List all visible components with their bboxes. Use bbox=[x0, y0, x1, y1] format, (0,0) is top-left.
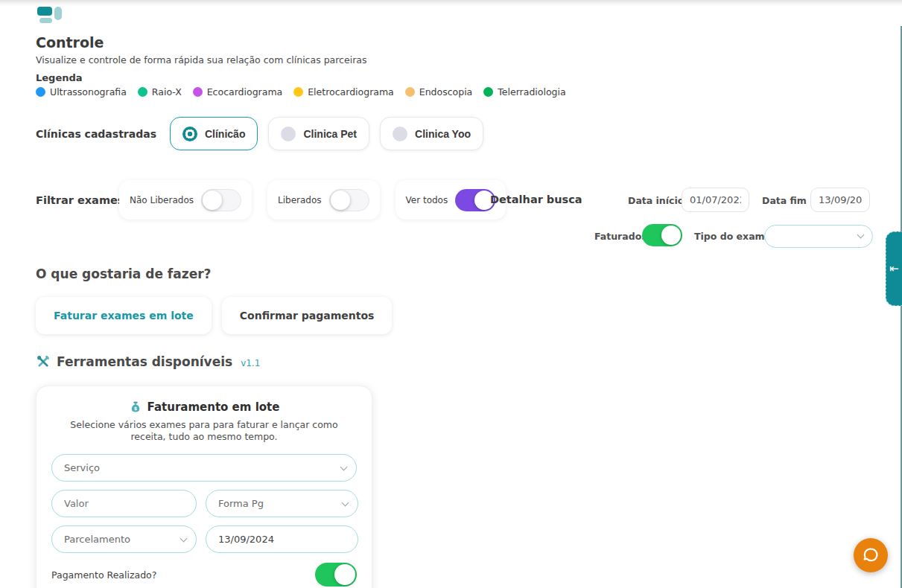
toggle-knob bbox=[334, 564, 355, 585]
payment-row: Pagamento Realizado? bbox=[51, 563, 357, 587]
collapse-panel-tab[interactable]: ⇤ bbox=[886, 231, 902, 306]
legend-dot-eletrocardiograma bbox=[293, 87, 303, 97]
action-buttons: Faturar exames em lote Confirmar pagamen… bbox=[36, 297, 392, 334]
radio-unselected-icon bbox=[281, 127, 296, 141]
legend-dot-telerradiologia bbox=[483, 87, 493, 97]
legend-label: Endoscopia bbox=[419, 86, 473, 98]
legend: Ultrassonografia Raio-X Ecocardiograma E… bbox=[36, 86, 566, 98]
clinic-option-label: Clinica Yoo bbox=[415, 128, 471, 140]
legend-label: Ecocardiograma bbox=[207, 86, 283, 98]
top-shadow bbox=[0, 0, 902, 7]
app-logo bbox=[37, 7, 63, 29]
chevron-down-icon bbox=[342, 499, 349, 507]
legend-dot-raio-x bbox=[138, 87, 147, 97]
legend-dot-ecocardiograma bbox=[193, 87, 203, 97]
clinic-option-clinica-pet[interactable]: Clinica Pet bbox=[268, 117, 369, 150]
detail-search-label: Detalhar busca bbox=[490, 194, 582, 205]
legend-item: Ecocardiograma bbox=[193, 86, 283, 98]
chevron-down-icon bbox=[180, 535, 188, 543]
billing-row-1: Forma Pg bbox=[51, 490, 357, 517]
date-start-label: Data início bbox=[628, 195, 684, 206]
legend-item: Raio-X bbox=[138, 86, 182, 98]
tools-icon bbox=[36, 354, 51, 369]
tools-version: v1.1 bbox=[241, 358, 260, 368]
legend-dot-endoscopia bbox=[405, 87, 415, 97]
date-end-input[interactable] bbox=[810, 188, 870, 212]
legend-item: Endoscopia bbox=[405, 86, 473, 98]
chat-bubble-icon bbox=[861, 546, 880, 565]
toggle-knob bbox=[203, 191, 222, 210]
billing-card-title-row: $ Faturamento em lote bbox=[51, 400, 357, 414]
logo-block-dark bbox=[37, 7, 52, 16]
billing-date-input[interactable] bbox=[218, 534, 346, 545]
logo-block-horizontal bbox=[39, 18, 52, 23]
page-subtitle: Visualize e controle de forma rápida sua… bbox=[36, 54, 366, 65]
chat-fab-button[interactable] bbox=[854, 538, 888, 572]
actions-title: O que gostaria de fazer? bbox=[36, 266, 211, 281]
toggle-knob bbox=[661, 226, 681, 245]
faturados-label: Faturados bbox=[594, 231, 647, 242]
valor-field[interactable] bbox=[51, 490, 197, 517]
parcelamento-select[interactable]: Parcelamento bbox=[51, 525, 197, 553]
liberados-toggle[interactable] bbox=[329, 189, 369, 211]
payment-toggle[interactable] bbox=[315, 563, 357, 587]
legend-label: Raio-X bbox=[152, 86, 182, 98]
legend-label: Telerradiologia bbox=[498, 86, 565, 98]
radio-selected-icon bbox=[182, 127, 197, 141]
toggle-label: Liberados bbox=[278, 195, 322, 205]
toggle-label: Ver todos bbox=[406, 195, 448, 205]
chevron-down-icon bbox=[340, 464, 348, 471]
toggle-label: Não Liberados bbox=[130, 195, 194, 205]
legend-item: Eletrocardiograma bbox=[293, 86, 394, 98]
filter-toggle-cards: Não Liberados Liberados Ver todos bbox=[119, 180, 506, 220]
money-bag-icon: $ bbox=[129, 400, 142, 414]
servico-placeholder: Serviço bbox=[64, 462, 100, 473]
radio-unselected-icon bbox=[393, 127, 407, 141]
filter-card-nao-liberados: Não Liberados bbox=[119, 180, 252, 220]
legend-label: Ultrassonografia bbox=[50, 86, 127, 98]
tools-heading: Ferramentas disponíveis v1.1 bbox=[36, 354, 260, 369]
payment-label: Pagamento Realizado? bbox=[51, 569, 156, 581]
legend-item: Ultrassonografia bbox=[36, 86, 127, 98]
clinic-option-label: Clinica Pet bbox=[303, 128, 357, 140]
exam-type-label: Tipo do exame bbox=[694, 231, 771, 242]
billing-date-field[interactable] bbox=[206, 525, 358, 553]
confirmar-pagamentos-button[interactable]: Confirmar pagamentos bbox=[222, 297, 393, 334]
logo-block-vertical bbox=[54, 7, 62, 20]
parcelamento-placeholder: Parcelamento bbox=[64, 534, 130, 545]
valor-input[interactable] bbox=[64, 498, 184, 509]
date-end-label: Data fim bbox=[762, 195, 807, 206]
filter-card-ver-todos: Ver todos bbox=[396, 180, 506, 220]
legend-dot-ultrassonografia bbox=[36, 87, 45, 97]
filter-card-liberados: Liberados bbox=[267, 180, 380, 220]
chevron-down-icon bbox=[857, 231, 865, 239]
legend-title: Legenda bbox=[36, 72, 83, 83]
svg-text:$: $ bbox=[133, 406, 136, 412]
billing-card-description: Selecione vários exames para para fatura… bbox=[51, 419, 357, 443]
tools-title-text: Ferramentas disponíveis bbox=[57, 354, 232, 369]
page: Controle Visualize e controle de forma r… bbox=[0, 0, 902, 588]
date-start-input[interactable] bbox=[682, 188, 749, 212]
servico-select[interactable]: Serviço bbox=[51, 454, 357, 482]
faturar-exames-em-lote-button[interactable]: Faturar exames em lote bbox=[36, 297, 212, 334]
toggle-knob bbox=[331, 191, 350, 210]
filter-exams-label: Filtrar exames bbox=[36, 194, 124, 206]
clinic-option-clinica-yoo[interactable]: Clinica Yoo bbox=[380, 117, 483, 150]
billing-card: $ Faturamento em lote Selecione vários e… bbox=[36, 386, 372, 588]
clinics-label: Clínicas cadastradas bbox=[36, 128, 156, 140]
billing-card-title: Faturamento em lote bbox=[147, 400, 280, 414]
clinic-option-label: Clínicão bbox=[205, 128, 245, 140]
exam-type-select[interactable] bbox=[764, 225, 873, 248]
billing-row-2: Parcelamento bbox=[51, 525, 357, 553]
legend-item: Telerradiologia bbox=[483, 86, 565, 98]
clinic-option-clinicao[interactable]: Clínicão bbox=[170, 117, 258, 150]
page-title: Controle bbox=[36, 34, 104, 51]
legend-label: Eletrocardiograma bbox=[308, 86, 394, 98]
faturados-toggle[interactable] bbox=[642, 224, 682, 246]
forma-pg-select[interactable]: Forma Pg bbox=[206, 490, 358, 517]
collapse-left-icon: ⇤ bbox=[889, 262, 899, 275]
nao-liberados-toggle[interactable] bbox=[201, 189, 241, 211]
clinics-selector: Clínicas cadastradas Clínicão Clinica Pe… bbox=[36, 117, 494, 150]
forma-pg-placeholder: Forma Pg bbox=[218, 498, 264, 509]
